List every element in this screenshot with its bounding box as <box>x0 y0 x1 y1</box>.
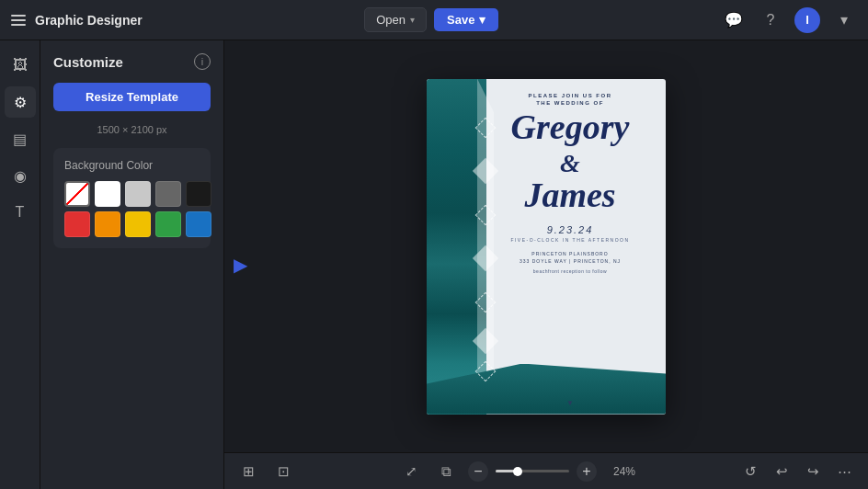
layers-icon[interactable]: ⊞ <box>235 459 261 484</box>
chat-icon[interactable]: 💬 <box>721 7 747 33</box>
color-swatch-white[interactable] <box>95 181 120 207</box>
expand-icon[interactable]: ▾ <box>831 7 857 33</box>
undo-icon[interactable]: ↩ <box>769 459 794 484</box>
refresh-icon[interactable]: ↺ <box>737 459 763 484</box>
color-swatch-red[interactable] <box>64 211 90 237</box>
canvas-area: ▶ <box>224 40 868 489</box>
app-title: Graphic Designer <box>35 13 143 28</box>
info-icon[interactable]: i <box>194 53 211 70</box>
customize-header: Customize i <box>53 53 211 70</box>
card-down-arrow: ▼ <box>566 399 574 407</box>
open-chevron-icon: ▾ <box>410 15 415 25</box>
avatar[interactable]: I <box>794 7 820 33</box>
more-icon[interactable]: ⋯ <box>831 459 857 484</box>
canvas-content: ▶ <box>224 40 868 452</box>
fit-screen-icon[interactable]: ⤢ <box>398 459 424 484</box>
zoom-percent: 24% <box>606 465 635 478</box>
card-time: FIVE-O-CLOCK IN THE AFTERNOON <box>510 237 629 243</box>
main-layout: 🖼 ⚙ ▤ ◉ T Customize i Resize Template 15… <box>0 40 868 489</box>
topbar-center: Open ▾ Save ▾ <box>364 7 498 32</box>
wedding-card: PLEASE JOIN US FOR THE WEDDING OF Gregor… <box>427 79 666 415</box>
save-button[interactable]: Save ▾ <box>434 8 498 31</box>
help-icon[interactable]: ? <box>758 7 783 33</box>
icon-sidebar: 🖼 ⚙ ▤ ◉ T <box>0 40 40 489</box>
color-swatch-light-gray[interactable] <box>125 181 151 207</box>
sidebar-icon-customize[interactable]: ⚙ <box>5 86 36 118</box>
color-swatch-transparent[interactable] <box>64 181 90 207</box>
zoom-slider[interactable] <box>496 470 569 472</box>
topbar: Graphic Designer Open ▾ Save ▾ 💬 ? I ▾ <box>0 0 868 40</box>
customize-panel: Customize i Resize Template 1500 × 2100 … <box>40 40 224 489</box>
canvas-arrow-left[interactable]: ▶ <box>234 254 247 276</box>
resize-template-button[interactable]: Resize Template <box>53 83 211 111</box>
redo-icon[interactable]: ↪ <box>800 459 826 484</box>
bottombar-left: ⊞ ⊡ <box>235 459 296 484</box>
color-swatch-green[interactable] <box>155 211 181 237</box>
dimensions-text: 1500 × 2100 px <box>53 124 211 135</box>
sidebar-icon-images[interactable]: 🖼 <box>5 50 36 81</box>
customize-title: Customize <box>53 54 123 70</box>
sidebar-icon-layout[interactable]: ▤ <box>5 123 36 154</box>
color-swatch-blue[interactable] <box>186 211 211 237</box>
color-swatch-black[interactable] <box>186 181 211 207</box>
sidebar-icon-text[interactable]: T <box>5 197 36 228</box>
bottombar: ⊞ ⊡ ⤢ ⧉ − + 24% ↺ ↩ ↪ <box>224 452 868 489</box>
sidebar-icon-elements[interactable]: ◉ <box>5 160 36 191</box>
topbar-left: Graphic Designer <box>11 13 143 28</box>
card-reception: beachfront reception to follow <box>533 268 607 274</box>
color-swatch-orange[interactable] <box>95 211 120 237</box>
card-subtitle: PLEASE JOIN US FOR THE WEDDING OF <box>528 92 611 108</box>
menu-icon[interactable] <box>11 15 26 26</box>
zoom-out-button[interactable]: − <box>468 461 488 482</box>
grid-icon[interactable]: ⊡ <box>270 459 296 484</box>
zoom-control: − + <box>468 461 597 482</box>
bg-color-section: Background Color <box>53 148 211 248</box>
bottombar-right: ↺ ↩ ↪ ⋯ <box>737 459 857 484</box>
card-date: 9.23.24 <box>547 224 594 235</box>
card-venue: PRINCETON PLAINSBORO 333 Doyle Way | Pri… <box>520 250 621 265</box>
color-swatch-yellow[interactable] <box>125 211 151 237</box>
save-chevron-icon: ▾ <box>479 13 485 27</box>
bg-color-label: Background Color <box>64 159 200 172</box>
zoom-in-button[interactable]: + <box>577 461 597 482</box>
card-name1: Gregory <box>511 110 630 143</box>
arrange-icon[interactable]: ⧉ <box>433 459 459 484</box>
topbar-right: 💬 ? I ▾ <box>721 7 857 33</box>
color-swatch-dark-gray[interactable] <box>155 181 181 207</box>
open-button[interactable]: Open ▾ <box>364 7 427 32</box>
card-name2: James <box>524 178 615 211</box>
card-text-area: PLEASE JOIN US FOR THE WEDDING OF Gregor… <box>482 79 658 415</box>
bottombar-center: ⤢ ⧉ − + 24% <box>398 459 635 484</box>
color-grid <box>64 181 200 237</box>
card-ampersand: & <box>560 151 580 176</box>
